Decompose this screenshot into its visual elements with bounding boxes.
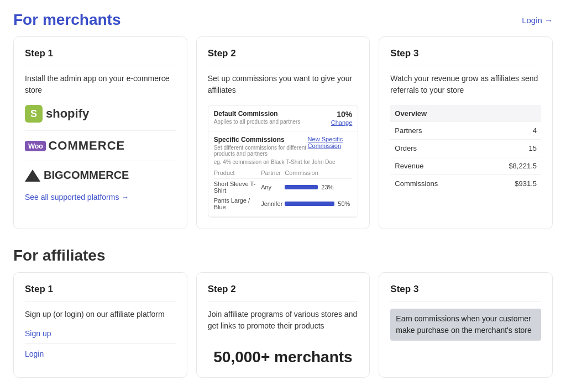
default-commission-sub: Applies to all products and partners xyxy=(214,119,301,125)
commission-bar-fill xyxy=(285,202,334,206)
affiliates-section: For affiliates Step 1 Sign up (or login)… xyxy=(13,247,553,378)
affiliates-step2-desc: Join affiliate programs of various store… xyxy=(208,309,359,332)
analytics-table: Overview Partners 4 Orders 15 Revenue $8… xyxy=(390,105,541,192)
analytics-label: Revenue xyxy=(390,157,479,175)
overview-header: Overview xyxy=(390,105,541,122)
specific-commission-sub: Set different commissions for different … xyxy=(214,145,308,157)
shopify-platform: S shopify xyxy=(25,105,176,131)
shopify-icon: S xyxy=(25,105,43,123)
default-commission-row: Default Commission Applies to all produc… xyxy=(208,105,358,131)
merchants-title: For merchants xyxy=(13,11,121,29)
merchants-step2-desc: Set up commissions you want to give your… xyxy=(208,73,359,96)
analytics-table-row: Orders 15 xyxy=(390,140,541,157)
woo-badge: Woo xyxy=(25,141,46,151)
affiliate-login-link[interactable]: Login xyxy=(25,349,44,358)
partner-cell: Any xyxy=(261,179,285,196)
commission-cell: 50% xyxy=(285,195,352,212)
affiliates-step3-label: Step 3 xyxy=(390,284,541,302)
earn-commissions-text: Earn commissions when your customer make… xyxy=(390,309,541,341)
analytics-value: $931.5 xyxy=(479,175,541,193)
specific-commission-label: Specific Commissions xyxy=(214,136,308,144)
commission-table-row: Short Sleeve T-Shirt Any 23% xyxy=(214,179,353,196)
merchants-step3-label: Step 3 xyxy=(390,48,541,66)
merchants-step2-label: Step 2 xyxy=(208,48,359,66)
partner-cell: Jennifer xyxy=(261,195,285,212)
default-commission-value: 10% xyxy=(331,110,353,119)
analytics-table-row: Commissions $931.5 xyxy=(390,175,541,193)
analytics-label: Orders xyxy=(390,140,479,157)
shopify-label: shopify xyxy=(46,107,89,121)
affiliates-step2-label: Step 2 xyxy=(208,284,359,302)
see-all-platforms-link[interactable]: See all supported platforms → xyxy=(25,193,176,202)
affiliate-signup-link[interactable]: Sign up xyxy=(25,329,176,344)
analytics-label: Partners xyxy=(390,122,479,140)
merchants-header: For merchants Login → xyxy=(13,11,553,29)
bigcommerce-platform: BIGCOMMERCE xyxy=(25,169,176,182)
woocommerce-platform: Woo COMMERCE xyxy=(25,139,176,161)
affiliates-step2-card: Step 2 Join affiliate programs of variou… xyxy=(196,272,370,378)
bigcommerce-label: BIGCOMMERCE xyxy=(44,169,129,182)
commission-box: Default Commission Applies to all produc… xyxy=(208,105,359,218)
woo-label: COMMERCE xyxy=(48,139,125,153)
commission-col-header: Commission xyxy=(285,168,352,179)
default-commission-label: Default Commission xyxy=(214,110,301,118)
merchants-login-link[interactable]: Login → xyxy=(522,15,553,25)
product-col-header: Product xyxy=(214,168,261,179)
merchants-step1-desc: Install the admin app on your e-commerce… xyxy=(25,73,176,96)
new-commission-link[interactable]: New Specific Commission xyxy=(308,136,353,157)
merchants-step2-card: Step 2 Set up commissions you want to gi… xyxy=(196,36,370,229)
merchants-step3-card: Step 3 Watch your revenue grow as affili… xyxy=(379,36,553,229)
analytics-table-row: Partners 4 xyxy=(390,122,541,140)
analytics-value: 4 xyxy=(479,122,541,140)
merchants-step3-desc: Watch your revenue grow as affiliates se… xyxy=(390,73,541,96)
eg-text: eg. 4% commission on Black T-Shirt for J… xyxy=(214,159,353,165)
affiliates-step1-desc: Sign up (or login) on our affiliate plat… xyxy=(25,309,176,320)
affiliates-step1-label: Step 1 xyxy=(25,284,176,302)
commission-cell: 23% xyxy=(285,179,352,196)
product-cell: Short Sleeve T-Shirt xyxy=(214,179,261,196)
analytics-value: $8,221.5 xyxy=(479,157,541,175)
affiliates-step1-card: Step 1 Sign up (or login) on our affilia… xyxy=(13,272,187,378)
affiliates-cards: Step 1 Sign up (or login) on our affilia… xyxy=(13,272,553,378)
affiliates-step3-card: Step 3 Earn commissions when your custom… xyxy=(379,272,553,378)
commission-pct: 23% xyxy=(321,184,333,190)
platform-list: S shopify Woo COMMERCE BIGCOMMERCE xyxy=(25,105,176,182)
commission-table-row: Pants Large / Blue Jennifer 50% xyxy=(214,195,353,212)
specific-commission-section: Specific Commissions Set different commi… xyxy=(208,131,358,217)
affiliates-title: For affiliates xyxy=(13,247,553,264)
commission-pct: 50% xyxy=(338,200,350,207)
merchants-step1-label: Step 1 xyxy=(25,48,176,66)
partner-col-header: Partner xyxy=(261,168,285,179)
product-cell: Pants Large / Blue xyxy=(214,195,261,212)
merchant-count: 50,000+ merchants xyxy=(208,348,359,366)
merchants-step1-card: Step 1 Install the admin app on your e-c… xyxy=(13,36,187,229)
commission-bar-fill xyxy=(285,185,318,189)
specific-commission-table: Product Partner Commission Short Sleeve … xyxy=(214,168,353,212)
merchants-section: For merchants Login → Step 1 Install the… xyxy=(13,11,553,229)
analytics-table-row: Revenue $8,221.5 xyxy=(390,157,541,175)
bigcommerce-triangle-icon xyxy=(25,169,40,182)
analytics-value: 15 xyxy=(479,140,541,157)
merchants-cards: Step 1 Install the admin app on your e-c… xyxy=(13,36,553,229)
change-commission-link[interactable]: Change xyxy=(331,119,353,126)
analytics-label: Commissions xyxy=(390,175,479,193)
